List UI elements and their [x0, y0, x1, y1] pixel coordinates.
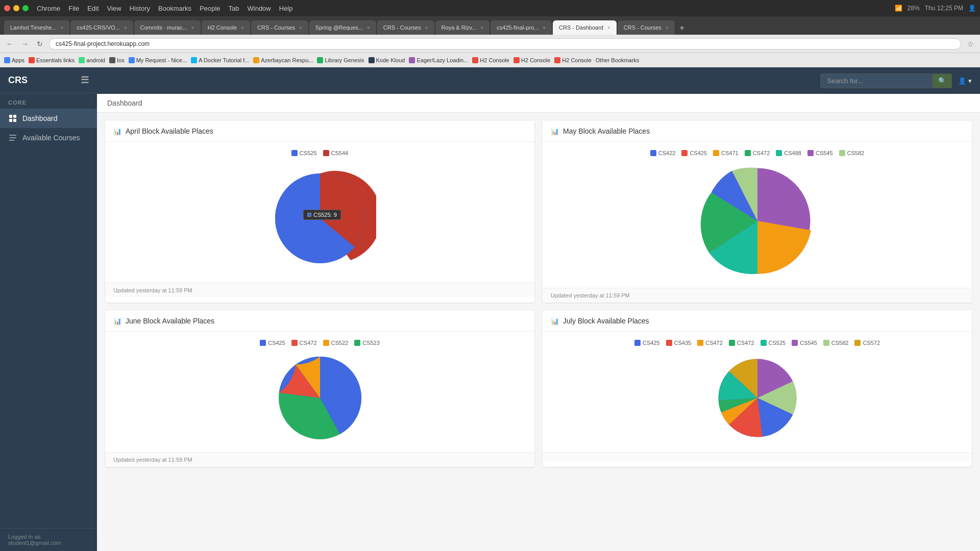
- traffic-lights: [4, 5, 29, 11]
- tab-roya[interactable]: Roya & Rizv...×: [435, 20, 490, 35]
- april-pie-overlay: [264, 162, 376, 274]
- chart-icon-july: 📊: [551, 317, 559, 325]
- tab-cs425final[interactable]: cs425-final-pro...×: [491, 20, 552, 35]
- browser-menu: Chrome File Edit View History Bookmarks …: [37, 5, 293, 12]
- june-chart-footer: Updated yesterday at 11:59 PM: [105, 452, 534, 467]
- close-button[interactable]: [4, 5, 10, 11]
- legend-may-cs425: CS425: [681, 150, 707, 156]
- user-menu-button[interactable]: 👤 ▾: [958, 77, 972, 85]
- july-chart-header: 📊 July Block Available Places: [543, 311, 972, 332]
- reload-button[interactable]: ↻: [35, 39, 45, 49]
- maximize-button[interactable]: [22, 5, 29, 11]
- may-pie: [699, 162, 816, 280]
- chart-icon-june: 📊: [113, 317, 121, 325]
- search-button[interactable]: 🔍: [933, 73, 952, 88]
- legend-may-cs582: CS582: [839, 150, 865, 156]
- legend-may-cs545: CS545: [807, 150, 833, 156]
- bookmark-h2-2[interactable]: H2 Console: [513, 57, 550, 63]
- search-container: 🔍 👤 ▾: [820, 73, 972, 88]
- bookmark-libgen[interactable]: Library Genesis: [317, 57, 364, 63]
- may-chart-body: CS422 CS425 CS471 CS472 CS488 CS545 CS58…: [543, 142, 972, 288]
- svg-rect-5: [9, 137, 16, 138]
- tab-crs-courses3[interactable]: CRS - Courses×: [618, 20, 675, 35]
- june-chart-title: June Block Available Places: [126, 317, 214, 325]
- bookmark-myrequest[interactable]: My Request - Nice...: [129, 57, 187, 63]
- tab-lamhot[interactable]: Lamhot Timeshe...×: [4, 20, 69, 35]
- legend-cs525: CS525: [291, 150, 317, 156]
- courses-icon: [8, 133, 17, 142]
- may-legend: CS422 CS425 CS471 CS472 CS488 CS545 CS58…: [650, 150, 864, 156]
- bookmark-eager[interactable]: Eager/Lazy Loadin...: [409, 57, 468, 63]
- legend-may-cs471: CS471: [713, 150, 739, 156]
- menu-tab[interactable]: Tab: [229, 5, 239, 12]
- svg-rect-3: [13, 119, 16, 122]
- legend-july-cs472b: CS472: [729, 340, 754, 346]
- tab-spring[interactable]: Spring @Reques...×: [309, 20, 376, 35]
- bookmark-essentials[interactable]: Essentials links: [29, 57, 75, 63]
- back-button[interactable]: ←: [4, 39, 15, 49]
- tab-crs-courses1[interactable]: CRS - Courses×: [251, 20, 308, 35]
- address-bar[interactable]: cs425-final-project.herokuapp.com: [49, 38, 961, 49]
- legend-june-cs522: CS522: [323, 340, 349, 346]
- bookmark-docker[interactable]: A Docker Tutorial f...: [191, 57, 249, 63]
- browser-toolbar: ← → ↻ cs425-final-project.herokuapp.com …: [0, 35, 980, 53]
- menu-bookmarks[interactable]: Bookmarks: [158, 5, 191, 12]
- legend-may-cs488: CS488: [776, 150, 801, 156]
- chart-icon-april: 📊: [113, 128, 121, 135]
- app-layout: CRS ☰ CORE Dashboard: [0, 67, 980, 551]
- bookmark-other[interactable]: Other Bookmarks: [596, 57, 640, 63]
- tab-crs-courses2[interactable]: CRS - Courses×: [377, 20, 434, 35]
- bookmark-ios[interactable]: Ios: [109, 57, 125, 63]
- june-chart-body: CS425 CS472 CS522 CS523: [105, 332, 534, 452]
- legend-may-cs472: CS472: [745, 150, 770, 156]
- wifi-icon: 📶: [895, 5, 902, 12]
- main-header: 🔍 👤 ▾: [97, 67, 980, 94]
- april-chart-header: 📊 April Block Available Places: [105, 121, 534, 142]
- legend-july-cs525: CS525: [761, 340, 786, 346]
- april-chart-footer: Updated yesterday at 11:59 PM: [105, 283, 534, 297]
- june-chart-header: 📊 June Block Available Places: [105, 311, 534, 332]
- minimize-button[interactable]: [13, 5, 19, 11]
- july-chart-card: 📊 July Block Available Places CS425 CS43…: [543, 311, 972, 467]
- bookmark-azerbaijan[interactable]: Azerbaycan Respu...: [253, 57, 313, 63]
- july-chart-body: CS425 CS435 CS472 CS472 CS525 CS545 CS58…: [543, 332, 972, 452]
- app-title: CRS: [8, 75, 28, 86]
- legend-june-cs425: CS425: [260, 340, 285, 346]
- browser-titlebar: Chrome File Edit View History Bookmarks …: [0, 0, 980, 16]
- bookmark-star[interactable]: ☆: [965, 39, 976, 49]
- menu-file[interactable]: File: [68, 5, 79, 12]
- tab-commits[interactable]: Commits · murac...×: [134, 20, 201, 35]
- search-input[interactable]: [820, 73, 933, 88]
- battery-status: 28%: [908, 5, 920, 12]
- sidebar-item-courses[interactable]: Available Courses: [0, 128, 97, 147]
- menu-view[interactable]: View: [107, 5, 121, 12]
- bookmark-h2-3[interactable]: H2 Console: [554, 57, 591, 63]
- legend-may-cs422: CS422: [650, 150, 676, 156]
- bookmark-kodekloud[interactable]: Kode Kloud: [369, 57, 405, 63]
- tab-crs-dashboard[interactable]: CRS - Dashboard×: [553, 20, 617, 35]
- breadcrumb: Dashboard: [97, 94, 980, 113]
- menu-window[interactable]: Window: [248, 5, 271, 12]
- menu-help[interactable]: Help: [279, 5, 293, 12]
- forward-button[interactable]: →: [19, 39, 31, 49]
- menu-chrome[interactable]: Chrome: [37, 5, 60, 12]
- svg-rect-0: [9, 115, 12, 118]
- bookmark-android[interactable]: android: [79, 57, 105, 63]
- menu-people[interactable]: People: [200, 5, 220, 12]
- legend-june-cs472: CS472: [291, 340, 317, 346]
- bookmark-h2-1[interactable]: H2 Console: [472, 57, 509, 63]
- bookmark-apps[interactable]: Apps: [4, 57, 24, 63]
- new-tab-button[interactable]: +: [676, 21, 689, 35]
- menu-history[interactable]: History: [130, 5, 150, 12]
- legend-july-cs545: CS545: [792, 340, 817, 346]
- may-chart-footer: Updated yesterday at 11:59 PM: [543, 288, 972, 303]
- may-chart-header: 📊 May Block Available Places: [543, 121, 972, 142]
- browser-chrome: Chrome File Edit View History Bookmarks …: [0, 0, 980, 67]
- hamburger-menu[interactable]: ☰: [81, 74, 89, 86]
- tab-h2[interactable]: H2 Console×: [202, 20, 250, 35]
- menu-edit[interactable]: Edit: [87, 5, 99, 12]
- sidebar-item-dashboard-label: Dashboard: [22, 114, 58, 122]
- tab-cs425[interactable]: cs425-CRS/VO...×: [70, 20, 133, 35]
- sidebar-item-dashboard[interactable]: Dashboard: [0, 109, 97, 128]
- july-pie: [701, 352, 814, 444]
